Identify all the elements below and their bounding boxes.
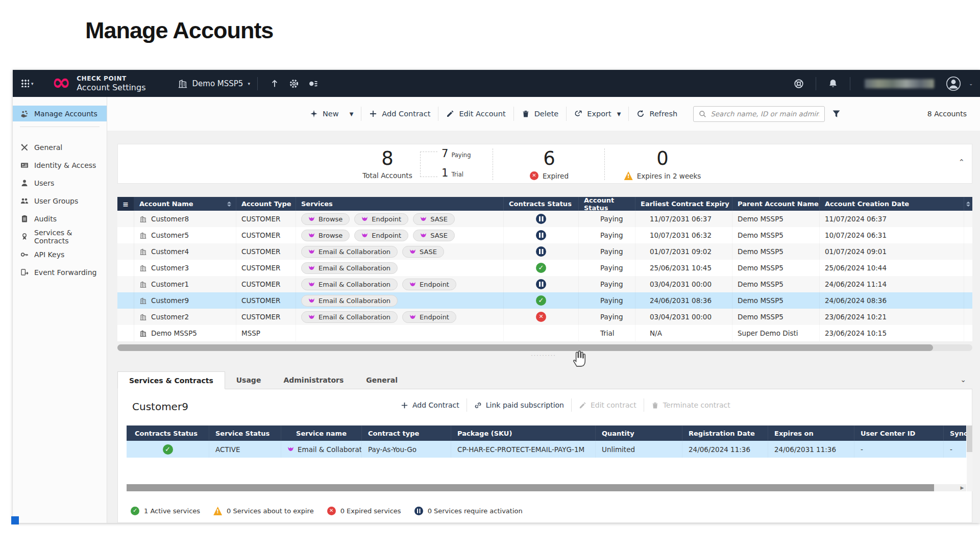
sidebar-item-identity-access[interactable]: Identity & Access: [13, 157, 107, 173]
creation-date-cell: 23/06/2024 10:21: [820, 309, 964, 325]
account-row[interactable]: Customer4 CUSTOMER Email & Collaboration…: [117, 243, 972, 260]
account-row[interactable]: Customer8 CUSTOMER BrowseEndpointSASE Pa…: [117, 211, 972, 227]
collapse-summary-chevron-icon[interactable]: ⌃: [958, 158, 965, 167]
edit-account-button[interactable]: Edit Account: [438, 110, 513, 118]
panel-resize-handle[interactable]: ·········: [107, 353, 980, 358]
sidebar-item-api-keys[interactable]: API Keys: [13, 246, 107, 262]
sidebar-item-users[interactable]: Users: [13, 175, 107, 191]
account-row[interactable]: Demo MSSP5 MSSP Trial N/A Super Demo Dis…: [117, 325, 972, 341]
link-paid-subscription-button[interactable]: Link paid subscription: [467, 401, 571, 409]
delete-button[interactable]: Delete: [514, 110, 567, 118]
earliest-expiry-cell: 25/06/2031 10:45: [635, 260, 732, 276]
organization-selector[interactable]: Demo MSSP5 ▾: [178, 79, 250, 89]
terminate-contract-button[interactable]: Terminate contract: [644, 401, 738, 409]
sidebar-item-event-forwarding[interactable]: Event Forwarding: [13, 264, 107, 280]
scroll-right-arrow-icon[interactable]: ▶: [958, 484, 966, 491]
contracts-status-cell: [504, 325, 579, 341]
account-row[interactable]: Customer2 CUSTOMER Email & Collaboration…: [117, 309, 972, 325]
earliest-expiry-cell: 11/07/2031 06:37: [635, 211, 732, 227]
col-contract-type[interactable]: Contract type: [362, 425, 451, 441]
expired-status-icon: [530, 171, 538, 180]
scrollbar-thumb[interactable]: [127, 484, 934, 491]
upload-button[interactable]: [270, 79, 280, 89]
user-avatar[interactable]: [946, 76, 961, 91]
top-bar: ▾ ∞ CHECK POINT Account Settings Demo MS…: [13, 70, 980, 97]
col-quantity[interactable]: Quantity: [596, 425, 682, 441]
col-account-name[interactable]: Account Name: [134, 197, 236, 211]
sidebar-item-user-groups[interactable]: User Groups: [13, 193, 107, 209]
clipboard-icon: [20, 215, 29, 223]
export-button[interactable]: Export ▼: [567, 110, 628, 118]
col-account-status[interactable]: Account Status: [579, 197, 635, 211]
sidebar-item-manage-accounts[interactable]: Manage Accounts: [13, 106, 107, 121]
header-sort-icon[interactable]: [964, 197, 972, 211]
tab-administrators[interactable]: Administrators: [272, 371, 355, 389]
scrollbar-thumb[interactable]: [117, 344, 933, 351]
building-icon: [139, 330, 147, 337]
account-settings-window: ▾ ∞ CHECK POINT Account Settings Demo MS…: [13, 70, 980, 523]
sidebar-item-general[interactable]: General: [13, 139, 107, 155]
col-earliest-contract-expiry[interactable]: Earliest Contract Expiry: [635, 197, 732, 211]
account-row[interactable]: Customer3 CUSTOMER Email & Collaboration…: [117, 260, 972, 276]
col-service-name[interactable]: Service name: [281, 425, 362, 441]
harmony-service-icon: [287, 446, 294, 452]
tab-usage[interactable]: Usage: [225, 371, 273, 389]
col-package-sku[interactable]: Package (SKU): [451, 425, 596, 441]
account-row[interactable]: Customer9 CUSTOMER Email & Collaboration…: [117, 292, 972, 309]
contracts-vertical-scrollbar[interactable]: [967, 425, 972, 491]
help-button[interactable]: [794, 79, 804, 89]
services-cell: Email & CollaborationEndpoint: [296, 309, 504, 325]
search-input[interactable]: [710, 110, 819, 118]
refresh-button[interactable]: Refresh: [629, 110, 685, 118]
col-sync-users[interactable]: Sync U: [944, 425, 966, 441]
paused-status-icon: [536, 246, 546, 257]
add-contract-button[interactable]: Add Contract: [361, 110, 438, 118]
tab-services-contracts[interactable]: Services & Contracts: [117, 371, 225, 389]
new-button[interactable]: New: [302, 110, 347, 118]
app-launcher-button[interactable]: ▾: [21, 80, 34, 87]
sidebar-item-label: User Groups: [34, 197, 78, 205]
col-service-status[interactable]: Service Status: [209, 425, 281, 441]
warning-icon: [624, 171, 633, 180]
col-user-center-id[interactable]: User Center ID: [854, 425, 944, 441]
creation-date-cell: 24/06/2024 11:14: [820, 276, 964, 292]
account-row[interactable]: Customer1 CUSTOMER Email & Collaboration…: [117, 276, 972, 292]
col-registration-date[interactable]: Registration Date: [682, 425, 768, 441]
notifications-bell-button[interactable]: [828, 79, 838, 89]
sidebar-item-services-contracts[interactable]: Services & Contracts: [13, 229, 107, 244]
col-services[interactable]: Services: [296, 197, 504, 211]
add-contract-detail-button[interactable]: Add Contract: [394, 401, 467, 409]
contract-row[interactable]: ACTIVE Email & Collaborat Pay-As-You-Go …: [127, 441, 966, 458]
services-contracts-panel: Customer9 Add Contract Link paid subscri…: [117, 389, 972, 523]
col-parent-account-name[interactable]: Parent Account Name: [732, 197, 820, 211]
table-menu-button[interactable]: ≡: [117, 197, 134, 211]
app-name: Account Settings: [77, 83, 145, 92]
collapse-detail-chevron-icon[interactable]: ⌄: [960, 375, 966, 384]
col-account-type[interactable]: Account Type: [236, 197, 296, 211]
sort-icon[interactable]: [227, 202, 231, 207]
sidebar-item-audits[interactable]: Audits: [13, 211, 107, 227]
settings-gear-button[interactable]: [289, 79, 299, 89]
accounts-table: ≡ Account Name Account Type Services Con…: [117, 197, 972, 341]
services-cell: BrowseEndpointSASE: [296, 227, 504, 243]
tab-general[interactable]: General: [355, 371, 409, 389]
col-expires-on[interactable]: Expires on: [768, 425, 854, 441]
col-contracts-status[interactable]: Contracts Status: [504, 197, 579, 211]
account-menu-chevron-icon[interactable]: ⌄: [969, 81, 973, 86]
accounts-horizontal-scrollbar[interactable]: [117, 344, 972, 351]
scrollbar-thumb[interactable]: [967, 425, 972, 452]
new-dropdown-button[interactable]: ▼: [347, 111, 361, 117]
contracts-horizontal-scrollbar[interactable]: ▶: [127, 484, 966, 491]
edit-contract-button[interactable]: Edit contract: [572, 401, 644, 409]
col-contracts-status[interactable]: Contracts Status: [127, 425, 209, 441]
contracts-status-cell: [504, 276, 579, 292]
col-account-creation-date[interactable]: Account Creation Date: [820, 197, 964, 211]
building-icon: [139, 215, 147, 223]
harmony-service-icon: [308, 265, 315, 271]
active-status-icon: [131, 507, 139, 515]
legend-require-activation: 0 Services require activation: [414, 507, 523, 515]
account-row[interactable]: Customer5 CUSTOMER BrowseEndpointSASE Pa…: [117, 227, 972, 243]
filter-funnel-icon[interactable]: [832, 110, 841, 118]
building-icon: [139, 297, 147, 305]
broadcast-button[interactable]: [308, 79, 318, 89]
